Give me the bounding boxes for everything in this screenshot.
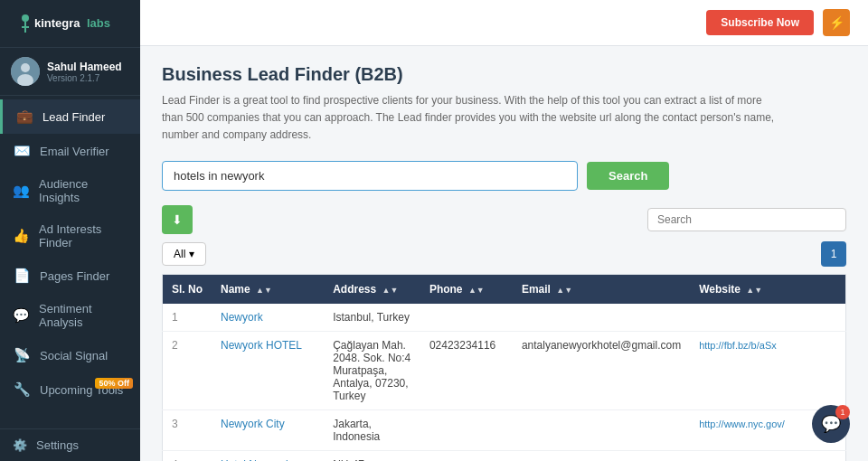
sidebar-item-upcoming-tools[interactable]: 🔧 Upcoming Tools 50% Off xyxy=(0,372,140,407)
cell-email: antalyanewyorkhotel@gmail.com xyxy=(513,331,690,409)
filter-label: All xyxy=(174,248,185,260)
main-content: Subscribe Now ⚡ Business Lead Finder (B2… xyxy=(140,0,868,461)
main-search-input[interactable] xyxy=(162,161,578,191)
power-icon: ⚡ xyxy=(829,15,844,30)
sidebar-item-ad-interests[interactable]: 👍 Ad Interests Finder xyxy=(0,213,140,259)
audience-insights-icon: 👥 xyxy=(13,183,30,199)
page-title: Business Lead Finder (B2B) xyxy=(162,64,846,85)
sidebar-item-sentiment-analysis[interactable]: 💬 Sentiment Analysis xyxy=(0,293,140,338)
table-row: 4Hotel NewyorkNH-47, Vilavancode, 629153… xyxy=(163,450,846,461)
user-profile: Sahul Hameed Version 2.1.7 xyxy=(0,48,140,96)
sidebar-item-email-verifier[interactable]: ✉️ Email Verifier xyxy=(0,134,140,168)
sidebar-label-audience-insights: Audience Insights xyxy=(39,177,127,204)
table-row: 2Newyork HOTELÇağlayan Mah. 2048. Sok. N… xyxy=(163,331,846,409)
cell-name[interactable]: Newyork City xyxy=(212,409,324,450)
col-address[interactable]: Address ▲▼ xyxy=(324,274,420,304)
main-search-button[interactable]: Search xyxy=(587,162,669,190)
sidebar-item-social-signal[interactable]: 📡 Social Signal xyxy=(0,338,140,372)
col-website[interactable]: Website ▲▼ xyxy=(690,274,845,304)
download-icon: ⬇ xyxy=(172,212,183,227)
upcoming-tools-icon: 🔧 xyxy=(13,381,31,398)
sidebar-menu: 💼 Lead Finder ✉️ Email Verifier 👥 Audien… xyxy=(0,96,140,428)
svg-text:kintegra: kintegra xyxy=(34,16,80,30)
table-header: Sl. No Name ▲▼ Address ▲▼ Phone ▲▼ Email… xyxy=(163,274,846,304)
svg-text:labs: labs xyxy=(87,16,110,30)
chat-notification-badge: 1 xyxy=(835,405,850,419)
cell-name[interactable]: Newyork xyxy=(212,304,324,332)
cell-name[interactable]: Newyork HOTEL xyxy=(212,331,324,409)
upcoming-tools-badge: 50% Off xyxy=(95,378,133,389)
subscribe-button[interactable]: Subscribe Now xyxy=(706,10,814,35)
user-version: Version 2.1.7 xyxy=(47,73,122,83)
topbar: Subscribe Now ⚡ xyxy=(140,0,868,46)
topbar-icon-button[interactable]: ⚡ xyxy=(823,9,850,36)
cell-address: Jakarta, Indonesia xyxy=(324,409,420,450)
table-body: 1NewyorkIstanbul, Turkey2Newyork HOTELÇa… xyxy=(163,304,846,461)
search-bar-row: Search xyxy=(162,161,846,191)
col-name[interactable]: Name ▲▼ xyxy=(212,274,324,304)
sidebar-item-settings[interactable]: ⚙️ Settings xyxy=(0,428,140,461)
chat-bubble[interactable]: 💬 1 xyxy=(812,405,850,443)
sidebar-label-pages-finder: Pages Finder xyxy=(40,269,109,283)
download-button[interactable]: ⬇ xyxy=(162,205,193,234)
cell-phone xyxy=(420,409,513,450)
col-phone[interactable]: Phone ▲▼ xyxy=(420,274,513,304)
cell-address: Istanbul, Turkey xyxy=(324,304,420,332)
sidebar-label-settings: Settings xyxy=(36,438,79,452)
cell-email xyxy=(513,409,690,450)
logo-container: kintegra labs xyxy=(0,0,140,48)
col-sl-no: Sl. No xyxy=(163,274,212,304)
lead-finder-icon: 💼 xyxy=(15,108,33,125)
sidebar-label-ad-interests: Ad Interests Finder xyxy=(39,222,127,249)
user-name: Sahul Hameed xyxy=(47,61,122,73)
cell-website[interactable] xyxy=(690,304,845,332)
cell-sl: 4 xyxy=(163,450,212,461)
settings-icon: ⚙️ xyxy=(13,438,27,452)
cell-email xyxy=(513,450,690,461)
filter-all-button[interactable]: All ▾ xyxy=(162,242,206,266)
cell-website[interactable] xyxy=(690,450,845,461)
cell-name[interactable]: Hotel Newyork xyxy=(212,450,324,461)
sidebar: kintegra labs Sahul Hameed Version 2.1.7… xyxy=(0,0,140,461)
email-verifier-icon: ✉️ xyxy=(13,143,31,159)
table-search-input[interactable] xyxy=(647,208,846,231)
content-area: Business Lead Finder (B2B) Lead Finder i… xyxy=(140,46,868,461)
svg-point-0 xyxy=(22,14,29,22)
cell-address: NH-47, Vilavancode, 629153, xyxy=(324,450,420,461)
sidebar-item-pages-finder[interactable]: 📄 Pages Finder xyxy=(0,259,140,293)
cell-address: Çağlayan Mah. 2048. Sok. No:4 Muratpaşa,… xyxy=(324,331,420,409)
cell-sl: 1 xyxy=(163,304,212,332)
sentiment-icon: 💬 xyxy=(13,307,30,324)
results-table: Sl. No Name ▲▼ Address ▲▼ Phone ▲▼ Email… xyxy=(162,274,846,461)
ad-interests-icon: 👍 xyxy=(13,228,30,244)
social-signal-icon: 📡 xyxy=(13,347,31,363)
cell-sl: 2 xyxy=(163,331,212,409)
cell-phone xyxy=(420,304,513,332)
cell-sl: 3 xyxy=(163,409,212,450)
page-number-badge: 1 xyxy=(821,241,846,267)
svg-point-6 xyxy=(21,63,30,72)
cell-website[interactable]: http://fbf.bz/b/aSx xyxy=(690,331,845,409)
cell-phone xyxy=(420,450,513,461)
sidebar-item-lead-finder[interactable]: 💼 Lead Finder xyxy=(0,99,140,134)
table-toolbar: ⬇ xyxy=(162,205,846,234)
filter-row: All ▾ 1 xyxy=(162,241,846,267)
col-email[interactable]: Email ▲▼ xyxy=(513,274,690,304)
pages-finder-icon: 📄 xyxy=(13,268,31,284)
page-description: Lead Finder is a great tool to find pros… xyxy=(162,92,777,145)
sidebar-item-audience-insights[interactable]: 👥 Audience Insights xyxy=(0,168,140,213)
table-row: 1NewyorkIstanbul, Turkey xyxy=(163,304,846,332)
cell-email xyxy=(513,304,690,332)
sidebar-label-sentiment: Sentiment Analysis xyxy=(39,302,127,329)
avatar xyxy=(11,57,40,86)
sidebar-label-social: Social Signal xyxy=(40,349,108,362)
sidebar-label-lead-finder: Lead Finder xyxy=(42,110,105,124)
table-row: 3Newyork CityJakarta, Indonesiahttp://ww… xyxy=(163,409,846,450)
sidebar-label-email-verifier: Email Verifier xyxy=(40,145,109,158)
filter-dropdown-icon: ▾ xyxy=(189,248,194,260)
cell-phone: 02423234116 xyxy=(420,331,513,409)
